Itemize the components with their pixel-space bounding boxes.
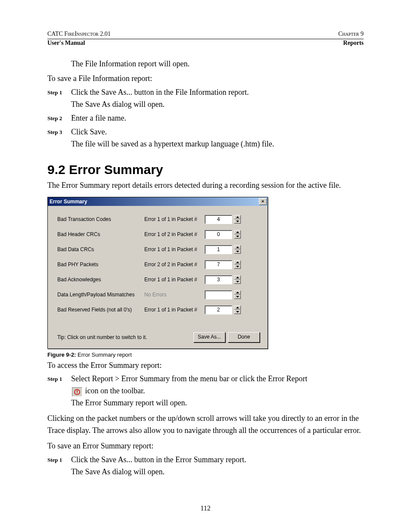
svg-marker-3 xyxy=(236,236,239,237)
intro-step-2: Step 2 Enter a file name. xyxy=(47,112,364,124)
error-status: Error 1 of 1 in Packet # xyxy=(144,277,205,283)
done-button[interactable]: Done xyxy=(228,332,260,342)
spinner xyxy=(234,215,241,224)
svg-marker-4 xyxy=(236,246,239,248)
error-row: Bad Reserved Fields (not all 0's)Error 1… xyxy=(57,302,260,317)
header-manual: User's Manual xyxy=(47,40,85,46)
step-label: Step 1 xyxy=(47,87,71,111)
click-para: Clicking on the packet numbers or the up… xyxy=(47,413,364,437)
step-text: The Save As dialog will open. xyxy=(71,99,364,111)
svg-marker-12 xyxy=(236,307,239,308)
spinner-up-icon[interactable] xyxy=(234,305,241,310)
packet-number-input[interactable]: 0 xyxy=(205,230,232,239)
error-status: Error 1 of 1 in Packet # xyxy=(144,246,205,252)
spinner-up-icon[interactable] xyxy=(234,245,241,249)
step-text: Click Save. xyxy=(71,126,364,138)
error-row: Bad AcknowledgesError 1 of 1 in Packet #… xyxy=(57,272,260,287)
section-para: The Error Summary report details errors … xyxy=(47,180,364,192)
intro-step-1: Step 1 Click the Save As... button in th… xyxy=(47,87,364,111)
svg-marker-1 xyxy=(236,221,239,222)
access-step-1: Step 1 Select Report > Error Summary fro… xyxy=(47,373,364,409)
spinner-down-icon[interactable] xyxy=(234,280,241,284)
section-heading: 9.2 Error Summary xyxy=(47,162,364,177)
svg-marker-11 xyxy=(236,296,239,298)
spinner-down-icon[interactable] xyxy=(234,310,241,314)
figure-text: Error Summary report xyxy=(78,352,132,358)
svg-marker-10 xyxy=(236,292,239,293)
error-row: Data Length/Payload MismatchesNo Errors xyxy=(57,287,260,302)
step-text: The file will be saved as a hypertext ma… xyxy=(71,138,364,150)
error-status: Error 1 of 1 in Packet # xyxy=(144,307,205,313)
intro-step-3: Step 3 Click Save. The file will be save… xyxy=(47,126,364,150)
spinner-down-icon[interactable] xyxy=(234,219,241,224)
spinner-up-icon[interactable] xyxy=(234,230,241,234)
error-row: Bad Data CRCsError 1 of 1 in Packet #1 xyxy=(57,242,260,257)
spinner xyxy=(234,245,241,254)
close-icon[interactable]: × xyxy=(259,198,267,205)
error-row: Bad Header CRCsError 1 of 2 in Packet #0 xyxy=(57,227,260,242)
save-intro: To save an Error Summary report: xyxy=(47,440,364,452)
packet-number-input[interactable]: 4 xyxy=(205,215,232,224)
page-number: 112 xyxy=(0,504,411,512)
error-row: Bad Transaction CodesError 1 of 1 in Pac… xyxy=(57,212,260,227)
packet-number-input[interactable] xyxy=(205,290,232,299)
error-status: No Errors xyxy=(144,292,205,298)
header-product: CATC FireInspector 2.01 xyxy=(47,30,111,38)
spinner xyxy=(234,230,241,239)
packet-number-input[interactable]: 2 xyxy=(205,305,232,314)
header-chapter: Chapter 9 xyxy=(338,30,364,38)
step-text: Enter a file name. xyxy=(71,112,364,124)
svg-marker-13 xyxy=(236,311,239,313)
svg-marker-9 xyxy=(236,281,239,283)
error-name: Bad PHY Packets xyxy=(57,261,144,268)
section-number: 9.2 xyxy=(47,162,65,177)
page-header-2: User's Manual Reports xyxy=(47,39,364,47)
spinner-up-icon[interactable] xyxy=(234,215,241,219)
step-text: icon on the toolbar. xyxy=(85,386,145,395)
error-report-icon[interactable] xyxy=(72,387,82,397)
step-label: Step 1 xyxy=(47,373,71,409)
dialog-tip: Tip: Click on unit number to switch to i… xyxy=(57,334,191,340)
packet-number-input[interactable]: 7 xyxy=(205,260,232,269)
step-text: Click the Save As... button in the Error… xyxy=(71,454,364,466)
spinner-down-icon[interactable] xyxy=(234,264,241,269)
spinner xyxy=(234,275,241,284)
step-text-line2: icon on the toolbar. xyxy=(71,385,364,397)
error-status: Error 1 of 1 in Packet # xyxy=(144,216,205,222)
svg-rect-15 xyxy=(77,390,78,392)
spinner-up-icon[interactable] xyxy=(234,275,241,280)
spinner-down-icon[interactable] xyxy=(234,249,241,254)
spinner-down-icon[interactable] xyxy=(234,234,241,239)
step-text: The Error Summary report will open. xyxy=(71,397,364,409)
spinner-down-icon[interactable] xyxy=(234,295,241,299)
page-header: CATC FireInspector 2.01 Chapter 9 xyxy=(47,30,364,38)
error-name: Bad Transaction Codes xyxy=(57,216,144,222)
access-intro: To access the Error Summary report: xyxy=(47,360,364,372)
svg-marker-0 xyxy=(236,216,239,218)
step-label: Step 2 xyxy=(47,112,71,124)
packet-number-input[interactable]: 1 xyxy=(205,245,232,254)
step-text: Click the Save As... button in the File … xyxy=(71,87,364,99)
dialog-titlebar[interactable]: Error Summary × xyxy=(48,197,268,206)
section-title: Error Summary xyxy=(69,162,163,177)
svg-marker-7 xyxy=(236,266,239,268)
error-name: Bad Reserved Fields (not all 0's) xyxy=(57,307,144,313)
svg-marker-2 xyxy=(236,231,239,233)
spinner-up-icon[interactable] xyxy=(234,290,241,295)
intro-line1: The File Information report will open. xyxy=(71,58,364,70)
step-label: Step 1 xyxy=(47,454,71,478)
error-summary-dialog: Error Summary × Bad Transaction CodesErr… xyxy=(47,197,268,349)
svg-marker-5 xyxy=(236,251,239,252)
error-name: Data Length/Payload Mismatches xyxy=(57,292,144,298)
error-name: Bad Data CRCs xyxy=(57,246,144,252)
spinner xyxy=(234,305,241,314)
save-as-button[interactable]: Save As... xyxy=(193,332,225,342)
error-name: Bad Header CRCs xyxy=(57,231,144,237)
error-name: Bad Acknowledges xyxy=(57,277,144,283)
intro-line2: To save a File Information report: xyxy=(47,73,364,85)
spinner-up-icon[interactable] xyxy=(234,260,241,264)
step-label: Step 3 xyxy=(47,126,71,150)
error-row: Bad PHY PacketsError 2 of 2 in Packet #7 xyxy=(57,257,260,272)
svg-rect-16 xyxy=(77,393,78,394)
packet-number-input[interactable]: 3 xyxy=(205,275,232,284)
